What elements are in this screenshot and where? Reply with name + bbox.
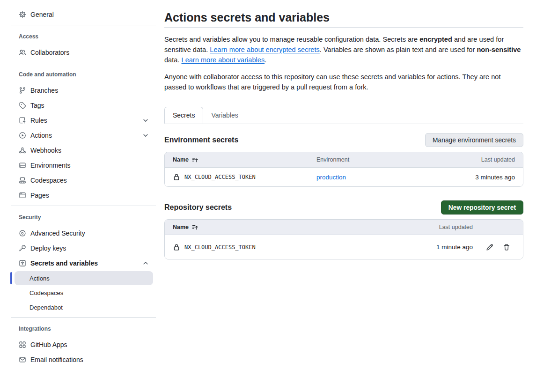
sidebar-item-email-notifications[interactable]: Email notifications	[0, 352, 157, 367]
asterisk-box-icon	[19, 259, 26, 267]
repository-secrets-header: Repository secrets New repository secret	[164, 200, 523, 214]
sidebar-item-label: General	[30, 11, 54, 18]
collaborator-paragraph: Anyone with collaborator access to this …	[164, 72, 523, 92]
trash-icon	[503, 244, 510, 251]
sidebar-item-deploy-keys[interactable]: Deploy keys	[0, 241, 157, 256]
sidebar-item-label: Codespaces	[29, 289, 63, 296]
sidebar-item-label: Secrets and variables	[30, 259, 98, 267]
sidebar-item-actions[interactable]: Actions	[0, 128, 157, 143]
browser-icon	[19, 192, 26, 199]
rules-icon	[19, 117, 26, 124]
secret-name: NX_CLOUD_ACCESS_TOKEN	[184, 244, 256, 251]
intro-text: .	[264, 56, 266, 64]
title-divider	[164, 27, 523, 28]
table-row: NX_CLOUD_ACCESS_TOKEN 1 minute ago	[165, 235, 523, 259]
sort-ascending-icon	[191, 156, 198, 163]
sidebar-section-access: Access	[0, 28, 157, 45]
repository-secrets-table-header: Name Last updated	[165, 220, 523, 235]
sidebar-divider	[11, 25, 156, 25]
intro-bold-encrypted: encrypted	[419, 36, 452, 43]
sidebar-section-code-automation: Code and automation	[0, 66, 157, 83]
sidebar-subitem-actions[interactable]: Actions	[15, 271, 153, 285]
sidebar-item-label: Actions	[29, 275, 50, 282]
settings-sidebar: General Access Collaborators Code and au…	[0, 0, 157, 392]
link-variables[interactable]: Learn more about variables	[182, 56, 265, 64]
intro-bold-non-sensitive: non-sensitive	[477, 46, 521, 53]
sidebar-item-rules[interactable]: Rules	[0, 113, 157, 128]
sidebar-item-label: Rules	[30, 117, 47, 124]
tag-icon	[19, 102, 26, 109]
row-actions	[473, 244, 523, 251]
sidebar-divider	[11, 63, 156, 63]
sidebar-item-advanced-security[interactable]: Advanced Security	[0, 226, 157, 241]
last-updated-cell: 1 minute ago	[431, 244, 473, 251]
sidebar-section-integrations: Integrations	[0, 320, 157, 337]
tab-variables[interactable]: Variables	[203, 107, 246, 124]
gear-icon	[19, 11, 26, 18]
environment-secrets-table-header: Name Environment Last updated	[165, 152, 523, 168]
link-encrypted-secrets[interactable]: Learn more about encrypted secrets	[210, 46, 319, 53]
sidebar-item-codespaces[interactable]: Codespaces	[0, 173, 157, 188]
chevron-down-icon	[142, 117, 149, 124]
new-repository-secret-button[interactable]: New repository secret	[441, 200, 523, 214]
manage-environment-secrets-button[interactable]: Manage environment secrets	[425, 133, 523, 147]
sidebar-subitem-codespaces[interactable]: Codespaces	[15, 286, 153, 300]
sidebar-subitem-dependabot[interactable]: Dependabot	[15, 300, 153, 314]
sidebar-item-label: Codespaces	[30, 177, 67, 184]
lock-icon	[173, 244, 180, 251]
apps-icon	[19, 341, 26, 348]
repository-secrets-table: Name Last updated NX_CLOUD_ACCESS_TOKEN …	[164, 219, 523, 259]
edit-secret-button[interactable]	[486, 244, 493, 251]
sidebar-item-label: Advanced Security	[30, 229, 85, 237]
server-icon	[19, 162, 26, 169]
sidebar-item-label: Tags	[30, 102, 44, 109]
chevron-up-icon	[142, 259, 149, 267]
sidebar-item-environments[interactable]: Environments	[0, 158, 157, 173]
delete-secret-button[interactable]	[503, 244, 510, 251]
webhook-icon	[19, 147, 26, 154]
secrets-variables-tabs: Secrets Variables	[164, 107, 523, 124]
environment-cell: production	[316, 174, 475, 181]
pencil-icon	[486, 244, 493, 251]
column-header-label: Name	[173, 224, 189, 230]
codespaces-icon	[19, 177, 26, 184]
tab-secrets[interactable]: Secrets	[164, 107, 203, 124]
secret-name-cell: NX_CLOUD_ACCESS_TOKEN	[165, 173, 316, 181]
column-header-name[interactable]: Name	[165, 156, 316, 163]
intro-text: . Variables are shown as plain text and …	[320, 46, 477, 53]
table-row: NX_CLOUD_ACCESS_TOKEN production 3 minut…	[165, 168, 523, 186]
sidebar-item-tags[interactable]: Tags	[0, 98, 157, 113]
codescan-icon	[19, 229, 26, 237]
column-header-environment: Environment	[316, 156, 481, 163]
sidebar-item-collaborators[interactable]: Collaborators	[0, 45, 157, 60]
sidebar-divider	[11, 206, 156, 206]
repository-secrets-heading: Repository secrets	[164, 203, 232, 212]
mail-icon	[19, 356, 26, 363]
sort-ascending-icon	[191, 224, 198, 231]
environment-secrets-heading: Environment secrets	[164, 136, 238, 144]
sidebar-item-label: Environments	[30, 162, 71, 169]
secret-name-cell: NX_CLOUD_ACCESS_TOKEN	[165, 244, 431, 251]
sidebar-item-label: Webhooks	[30, 147, 61, 154]
play-icon	[19, 132, 26, 139]
people-icon	[19, 49, 26, 56]
last-updated-cell: 3 minutes ago	[475, 174, 523, 181]
git-branch-icon	[19, 87, 26, 94]
sidebar-item-pages[interactable]: Pages	[0, 188, 157, 203]
column-header-name[interactable]: Name	[165, 224, 431, 231]
column-header-last-updated: Last updated	[431, 224, 473, 230]
environment-link[interactable]: production	[316, 174, 346, 181]
sidebar-item-general[interactable]: General	[0, 7, 157, 22]
sidebar-item-label: Pages	[30, 192, 49, 199]
sidebar-item-secrets-and-variables[interactable]: Secrets and variables	[0, 256, 157, 271]
lock-icon	[173, 173, 180, 181]
secret-name: NX_CLOUD_ACCESS_TOKEN	[184, 174, 256, 180]
sidebar-item-label: Branches	[30, 87, 58, 94]
sidebar-item-webhooks[interactable]: Webhooks	[0, 143, 157, 158]
intro-text: Secrets and variables allow you to manag…	[164, 36, 419, 43]
sidebar-item-github-apps[interactable]: GitHub Apps	[0, 337, 157, 352]
key-icon	[19, 244, 26, 252]
settings-page: General Access Collaborators Code and au…	[0, 0, 551, 392]
sidebar-section-security: Security	[0, 209, 157, 226]
sidebar-item-branches[interactable]: Branches	[0, 83, 157, 98]
